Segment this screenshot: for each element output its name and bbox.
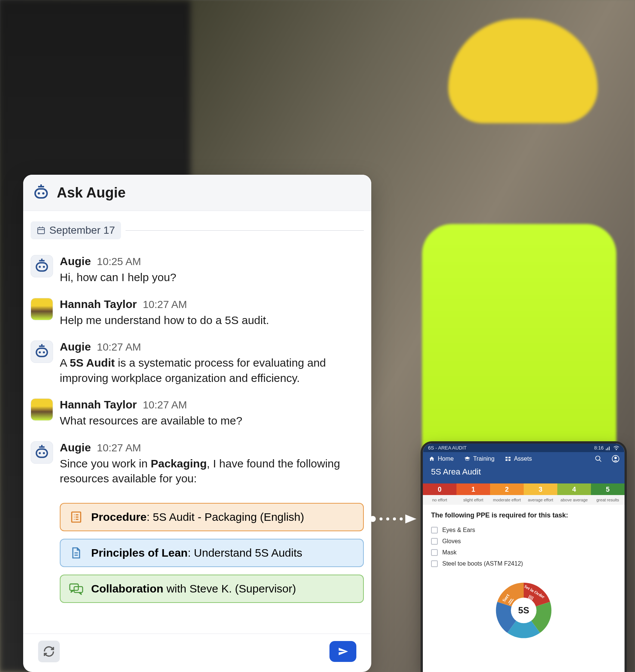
chat-date-label: September 17	[49, 224, 115, 236]
svg-point-8	[39, 266, 41, 268]
score-cell-0[interactable]: 0	[423, 483, 456, 495]
resource-card-label: Principles of Lean: Understand 5S Audits	[91, 547, 302, 559]
nav-item-home[interactable]: Home	[428, 455, 454, 463]
chat-message-resources: Procedure: 5S Audit - Packaging (English…	[31, 495, 364, 611]
svg-rect-13	[36, 449, 47, 457]
chat-message: Augie10:27 AMA 5S Audit is a systematic …	[31, 336, 364, 394]
ppe-item[interactable]: Eyes & Ears	[431, 525, 616, 536]
checkbox-icon[interactable]	[431, 549, 438, 556]
score-number: 0	[423, 485, 456, 494]
message-time: 10:27 AM	[143, 399, 187, 411]
score-cell-2[interactable]: 2	[490, 483, 524, 495]
resource-card-procedure[interactable]: Procedure: 5S Audit - Packaging (English…	[60, 503, 364, 531]
message-time: 10:25 AM	[97, 256, 141, 268]
message-sender: Hannah Taylor	[60, 398, 137, 411]
score-cell-5[interactable]: 5	[591, 483, 625, 495]
search-icon[interactable]	[595, 455, 602, 463]
svg-point-11	[39, 351, 41, 354]
checkbox-icon[interactable]	[431, 538, 438, 545]
message-text: A 5S Audit is a systematic process for e…	[60, 355, 364, 386]
ppe-section: The following PPE is required for this t…	[423, 505, 625, 576]
ppe-item-label: Gloves	[442, 538, 461, 545]
svg-rect-7	[36, 263, 47, 271]
resource-card-doc[interactable]: Principles of Lean: Understand 5S Audits	[60, 539, 364, 567]
assets-icon	[504, 455, 512, 463]
user-icon[interactable]	[612, 455, 619, 463]
message-text: Help me understand how to do a 5S audit.	[60, 313, 364, 328]
refresh-button[interactable]	[38, 641, 60, 662]
score-label: slight effort	[456, 495, 490, 505]
score-number: 3	[524, 485, 557, 494]
statusbar-time: 8:16	[594, 445, 604, 451]
score-cell-1[interactable]: 1	[456, 483, 490, 495]
score-label: average effort	[524, 495, 557, 505]
message-sender: Augie	[60, 255, 91, 268]
svg-point-9	[43, 266, 45, 268]
chat-header: Ask Augie	[23, 175, 371, 211]
nav-item-training[interactable]: Training	[464, 455, 495, 463]
message-sender: Hannah Taylor	[60, 298, 137, 311]
procedure-icon	[69, 510, 84, 525]
svg-point-40	[596, 456, 600, 461]
message-text: What resources are available to me?	[60, 413, 364, 429]
chat-message: Augie10:25 AMHi, how can I help you?	[31, 251, 364, 293]
checkbox-icon[interactable]	[431, 527, 438, 533]
svg-rect-36	[505, 457, 507, 458]
message-text: Since you work in Packaging, I have foun…	[60, 456, 364, 486]
message-sender: Augie	[60, 441, 91, 454]
message-sender: Augie	[60, 340, 91, 353]
bot-avatar	[31, 441, 53, 464]
ppe-item[interactable]: Mask	[431, 547, 616, 558]
score-label: great results	[591, 495, 625, 505]
mobile-status-bar: 6S - AREA AUDIT 8:16	[423, 444, 625, 452]
nav-item-label: Home	[438, 455, 454, 462]
calendar-icon	[37, 226, 46, 235]
svg-rect-33	[607, 448, 608, 450]
score-label: above average	[557, 495, 591, 505]
statusbar-left-label: 6S - AREA AUDIT	[428, 445, 467, 451]
send-icon	[337, 646, 349, 657]
score-cell-3[interactable]: 3	[524, 483, 557, 495]
svg-point-1	[38, 192, 40, 195]
message-time: 10:27 AM	[97, 442, 141, 454]
svg-point-12	[43, 351, 45, 354]
mobile-page-title: 5S Area Audit	[423, 466, 625, 483]
svg-line-41	[600, 460, 601, 462]
ppe-item-label: Mask	[442, 549, 456, 556]
chat-body: September 17 Augie10:25 AMHi, how can I …	[23, 211, 371, 634]
svg-rect-37	[508, 457, 510, 458]
score-labels: no effortslight effortmoderate effortave…	[423, 495, 625, 505]
chat-message: Hannah Taylor10:27 AMWhat resources are …	[31, 394, 364, 437]
ppe-item[interactable]: Steel toe boots (ASTM F2412)	[431, 558, 616, 569]
svg-point-14	[39, 452, 41, 454]
resource-card-label: Collaboration with Steve K. (Supervisor)	[91, 582, 296, 595]
home-icon	[428, 455, 436, 463]
grad-icon	[464, 455, 471, 463]
bot-avatar	[31, 255, 53, 277]
svg-rect-38	[505, 459, 507, 461]
user-avatar	[31, 298, 53, 320]
mobile-device-preview: 6S - AREA AUDIT 8:16 HomeTrainingAssets …	[423, 444, 625, 672]
score-number: 2	[490, 485, 524, 494]
checkbox-icon[interactable]	[431, 560, 438, 567]
resource-card-label: Procedure: 5S Audit - Packaging (English…	[91, 511, 304, 523]
score-cell-4[interactable]: 4	[557, 483, 591, 495]
doc-icon	[69, 545, 84, 560]
bot-avatar	[31, 340, 53, 363]
score-number: 1	[456, 485, 490, 494]
five-s-wheel: 5S Sort Set in Order	[423, 576, 625, 640]
svg-point-43	[614, 457, 617, 459]
chat-footer	[23, 634, 371, 672]
ppe-item[interactable]: Gloves	[431, 536, 616, 547]
ppe-heading: The following PPE is required for this t…	[431, 511, 616, 519]
svg-point-35	[616, 449, 617, 450]
send-button[interactable]	[329, 641, 356, 662]
chat-title: Ask Augie	[57, 185, 126, 201]
augie-bot-icon	[32, 184, 50, 202]
nav-item-assets[interactable]: Assets	[504, 455, 532, 463]
svg-point-15	[43, 452, 45, 454]
chat-message: Augie10:27 AMSince you work in Packaging…	[31, 437, 364, 495]
score-number: 5	[591, 485, 625, 494]
resource-card-collab[interactable]: Collaboration with Steve K. (Supervisor)	[60, 575, 364, 603]
signal-icon	[606, 446, 611, 450]
